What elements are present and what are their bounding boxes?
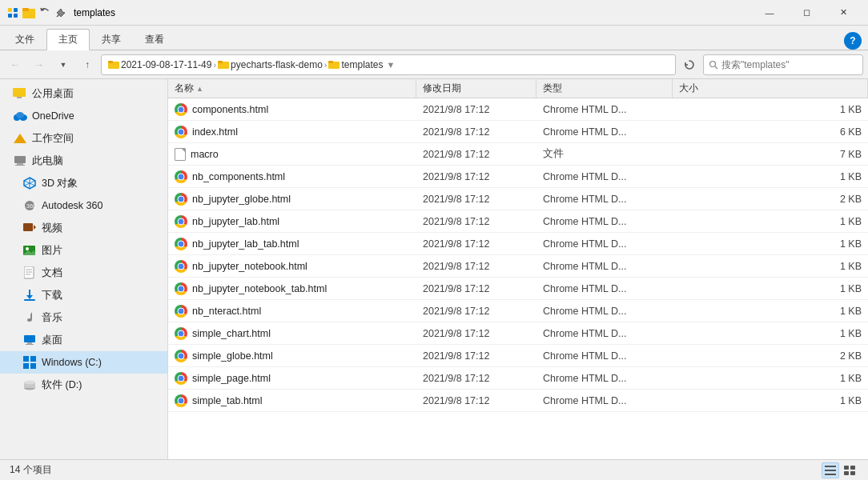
tab-view[interactable]: 查看 (133, 29, 176, 50)
addr-dropdown-icon[interactable]: ▼ (387, 60, 396, 70)
table-row[interactable]: simple_chart.html 2021/9/8 17:12 Chrome … (168, 322, 868, 345)
sidebar-item-thispc[interactable]: 此电脑 (0, 150, 167, 172)
minimize-button[interactable]: — (751, 0, 788, 26)
refresh-button[interactable] (679, 54, 700, 75)
svg-point-19 (16, 112, 24, 118)
table-row[interactable]: simple_tab.html 2021/9/8 17:12 Chrome HT… (168, 390, 868, 412)
desktop-icon (13, 86, 27, 101)
addr-seg-1[interactable]: 2021-09-08-17-11-49 (108, 59, 211, 70)
window-controls[interactable]: — ◻ ✕ (751, 0, 862, 26)
svg-rect-52 (825, 466, 836, 467)
search-input[interactable] (721, 59, 858, 70)
table-row[interactable]: components.html 2021/9/8 17:12 Chrome HT… (168, 98, 868, 121)
file-size-cell: 7 KB (673, 149, 868, 160)
tab-home[interactable]: 主页 (46, 29, 90, 50)
address-row: ← → ▼ ↑ 2021-09-08-17-11-49 › pyecharts-… (0, 50, 868, 79)
table-row[interactable]: nb_jupyter_lab.html 2021/9/8 17:12 Chrom… (168, 210, 868, 233)
thispc-icon (13, 154, 27, 168)
view-details-button[interactable] (822, 462, 839, 478)
sidebar-item-desktop2[interactable]: 桌面 (0, 329, 167, 351)
table-row[interactable]: nb_nteract.html 2021/9/8 17:12 Chrome HT… (168, 300, 868, 322)
col-header-type[interactable]: 类型 (536, 79, 673, 98)
sidebar-item-music[interactable]: 音乐 (0, 306, 167, 329)
view-icons-button[interactable] (841, 462, 858, 478)
sidebar-item-download[interactable]: 下载 (0, 284, 167, 306)
sidebar-item-3d[interactable]: 3D 对象 (0, 172, 167, 194)
chrome-icon (175, 327, 187, 340)
file-name-cell: components.html (168, 103, 416, 116)
file-date-cell: 2021/9/8 17:12 (416, 149, 536, 160)
table-row[interactable]: macro 2021/9/8 17:12 文件 7 KB (168, 143, 868, 166)
file-type-cell: 文件 (536, 147, 673, 161)
title-bar-icons (6, 6, 67, 19)
col-header-size[interactable]: 大小 (673, 79, 868, 98)
address-bar[interactable]: 2021-09-08-17-11-49 › pyecharts-flask-de… (101, 54, 676, 75)
file-type-cell: Chrome HTML D... (536, 328, 673, 339)
file-type-cell: Chrome HTML D... (536, 373, 673, 384)
table-row[interactable]: nb_jupyter_lab_tab.html 2021/9/8 17:12 C… (168, 233, 868, 255)
file-size-cell: 1 KB (673, 395, 868, 406)
back-button[interactable]: ← (5, 54, 26, 75)
up-button[interactable]: ↑ (77, 54, 98, 75)
close-button[interactable]: ✕ (825, 0, 862, 26)
addr-seg-2[interactable]: pyecharts-flask-demo (218, 59, 323, 70)
sidebar-item-pics[interactable]: 图片 (0, 239, 167, 262)
chrome-icon (175, 394, 187, 407)
svg-rect-54 (825, 474, 836, 475)
svg-rect-8 (108, 61, 113, 63)
svg-rect-43 (27, 342, 32, 344)
sidebar-item-desktop[interactable]: 公用桌面 (0, 82, 167, 105)
tab-share[interactable]: 共享 (90, 29, 133, 50)
autodesk-icon: 360 (22, 198, 37, 213)
file-size-cell: 1 KB (673, 104, 868, 115)
search-box[interactable] (703, 54, 863, 75)
download-icon (22, 288, 37, 302)
pin-icon[interactable] (54, 6, 67, 19)
sidebar-item-docs[interactable]: 文档 (0, 262, 167, 284)
file-size-cell: 2 KB (673, 194, 868, 205)
table-row[interactable]: index.html 2021/9/8 17:12 Chrome HTML D.… (168, 121, 868, 143)
table-row[interactable]: simple_globe.html 2021/9/8 17:12 Chrome … (168, 345, 868, 367)
svg-rect-30 (23, 223, 33, 231)
file-area: 名称 ▲ 修改日期 类型 大小 components.html 2021/9/8… (168, 79, 868, 459)
music-icon (22, 310, 37, 325)
table-row[interactable]: nb_jupyter_notebook_tab.html 2021/9/8 17… (168, 278, 868, 300)
file-date-cell: 2021/9/8 17:12 (416, 283, 536, 294)
file-size-cell: 1 KB (673, 373, 868, 384)
sidebar-item-onedrive[interactable]: OneDrive (0, 105, 167, 127)
3d-icon (22, 176, 37, 190)
tab-file[interactable]: 文件 (3, 29, 46, 50)
col-header-date[interactable]: 修改日期 (416, 79, 536, 98)
recent-button[interactable]: ▼ (53, 54, 74, 75)
file-size-cell: 1 KB (673, 216, 868, 227)
status-bar: 14 个项目 (0, 459, 868, 480)
svg-rect-0 (8, 8, 12, 12)
file-name-cell: nb_jupyter_globe.html (168, 193, 416, 206)
file-type-cell: Chrome HTML D... (536, 306, 673, 317)
svg-rect-2 (8, 14, 12, 18)
table-row[interactable]: simple_page.html 2021/9/8 17:12 Chrome H… (168, 367, 868, 390)
sidebar-item-workspace[interactable]: 工作空间 (0, 127, 167, 150)
sidebar-item-autodesk[interactable]: 360 Autodesk 360 (0, 194, 167, 217)
file-name-cell: nb_jupyter_lab.html (168, 215, 416, 228)
chrome-icon (175, 305, 187, 318)
file-date-cell: 2021/9/8 17:12 (416, 306, 536, 317)
table-row[interactable]: nb_jupyter_notebook.html 2021/9/8 17:12 … (168, 255, 868, 278)
sidebar-item-video[interactable]: 视频 (0, 217, 167, 239)
maximize-button[interactable]: ◻ (788, 0, 825, 26)
chrome-icon (175, 372, 187, 385)
help-button[interactable]: ? (844, 32, 862, 50)
table-row[interactable]: nb_components.html 2021/9/8 17:12 Chrome… (168, 166, 868, 188)
col-header-name[interactable]: 名称 ▲ (168, 79, 416, 98)
file-type-cell: Chrome HTML D... (536, 216, 673, 227)
folder-icon (22, 6, 35, 19)
file-date-cell: 2021/9/8 17:12 (416, 238, 536, 250)
quick-access-icon[interactable] (6, 6, 19, 19)
addr-seg-3[interactable]: templates (328, 59, 383, 70)
sidebar-item-windows[interactable]: Windows (C:) (0, 351, 167, 374)
undo-icon[interactable] (38, 6, 51, 19)
file-name-cell: nb_jupyter_notebook.html (168, 260, 416, 273)
forward-button[interactable]: → (29, 54, 50, 75)
sidebar-item-drive[interactable]: 软件 (D:) (0, 374, 167, 396)
table-row[interactable]: nb_jupyter_globe.html 2021/9/8 17:12 Chr… (168, 188, 868, 210)
